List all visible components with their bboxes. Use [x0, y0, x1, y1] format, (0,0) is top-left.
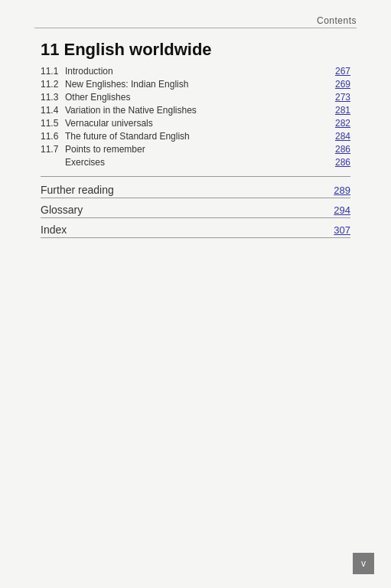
toc-row: 11.3Other Englishes273: [41, 90, 350, 103]
header-title: Contents: [317, 15, 357, 26]
toc-row: 11.5Vernacular universals282: [41, 116, 350, 129]
section-number: 11.1: [41, 64, 65, 77]
chapter-number: 11: [41, 41, 59, 58]
back-matter-divider: [41, 176, 350, 177]
back-matter-page[interactable]: 294: [334, 204, 350, 216]
chapter-title: English worldwide: [64, 41, 211, 58]
page-number: v: [353, 553, 374, 574]
back-matter: Further reading289Glossary294Index307: [41, 180, 350, 238]
section-label: The future of Standard English: [65, 129, 321, 142]
chapter-heading: 11 English worldwide: [41, 41, 350, 58]
section-number: 11.4: [41, 103, 65, 116]
toc-row: 11.7Points to remember286: [41, 142, 350, 155]
back-matter-row: Index307: [41, 220, 350, 238]
section-label: Other Englishes: [65, 90, 321, 103]
toc-row: Exercises286: [41, 155, 350, 168]
sections-table: 11.1Introduction26711.2New Englishes: In…: [41, 64, 350, 168]
back-matter-label: Index: [41, 224, 67, 236]
page: Contents 11 English worldwide 11.1Introd…: [0, 0, 391, 588]
back-matter-row: Glossary294: [41, 200, 350, 218]
section-page[interactable]: 267: [321, 64, 350, 77]
section-number: 11.3: [41, 90, 65, 103]
back-matter-page[interactable]: 289: [334, 185, 350, 196]
section-page[interactable]: 282: [321, 116, 350, 129]
section-page[interactable]: 286: [321, 142, 350, 155]
section-number: 11.2: [41, 77, 65, 90]
section-page[interactable]: 269: [321, 77, 350, 90]
toc-row: 11.2New Englishes: Indian English269: [41, 77, 350, 90]
section-number: [41, 155, 65, 168]
section-label: Variation in the Native Englishes: [65, 103, 321, 116]
back-matter-label: Glossary: [41, 204, 83, 216]
section-page[interactable]: 284: [321, 129, 350, 142]
toc-row: 11.4Variation in the Native Englishes281: [41, 103, 350, 116]
back-matter-row: Further reading289: [41, 180, 350, 198]
back-matter-page[interactable]: 307: [334, 224, 350, 236]
section-label: New Englishes: Indian English: [65, 77, 321, 90]
back-matter-label: Further reading: [41, 184, 114, 196]
section-number: 11.6: [41, 129, 65, 142]
section-label: Exercises: [65, 155, 321, 168]
section-label: Points to remember: [65, 142, 321, 155]
section-number: 11.7: [41, 142, 65, 155]
section-page[interactable]: 273: [321, 90, 350, 103]
section-page[interactable]: 286: [321, 155, 350, 168]
section-page[interactable]: 281: [321, 103, 350, 116]
header-rule: [34, 28, 357, 28]
toc-row: 11.6The future of Standard English284: [41, 129, 350, 142]
section-number: 11.5: [41, 116, 65, 129]
toc-row: 11.1Introduction267: [41, 64, 350, 77]
toc-content: 11 English worldwide 11.1Introduction267…: [41, 34, 350, 238]
section-label: Introduction: [65, 64, 321, 77]
section-label: Vernacular universals: [65, 116, 321, 129]
